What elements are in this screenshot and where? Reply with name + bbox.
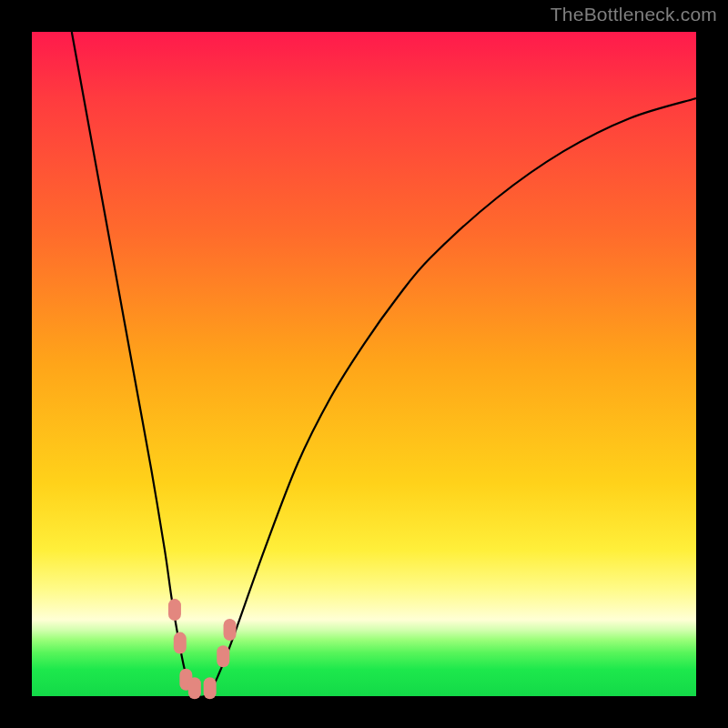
chart-plot-surface — [32, 32, 696, 696]
curve-markers — [168, 599, 237, 699]
curve-path — [72, 32, 696, 697]
watermark-text: TheBottleneck.com — [551, 4, 717, 25]
right-slope-marker-2 — [224, 619, 237, 641]
chart-frame: TheBottleneck.com — [0, 0, 728, 728]
trough-marker-2 — [188, 677, 201, 699]
trough-marker-3 — [204, 677, 217, 699]
right-slope-marker-1 — [217, 645, 229, 667]
left-slope-marker-1 — [168, 599, 181, 621]
left-slope-marker-2 — [174, 632, 187, 654]
bottleneck-curve — [72, 32, 696, 697]
